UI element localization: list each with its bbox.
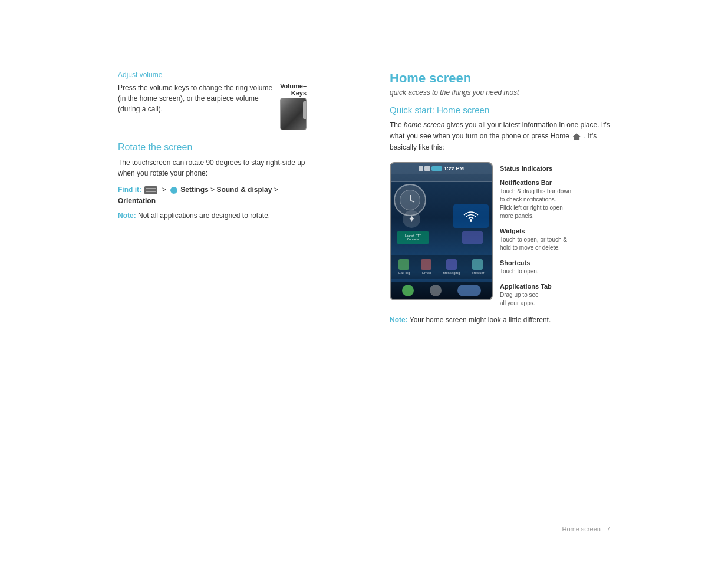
notif-desc-4: more panels. bbox=[500, 213, 534, 219]
home-note-text: Your home screen might look a little dif… bbox=[410, 316, 551, 324]
phone-diagram-wrapper: 1:22 PM bbox=[390, 162, 610, 308]
svg-line-1 bbox=[411, 200, 415, 202]
desc-part1: The bbox=[390, 121, 404, 129]
widgets-desc: Touch to open, or touch & hold to move o… bbox=[500, 236, 610, 252]
phone-call-icon bbox=[402, 285, 414, 296]
status-indicators-label: Status Indicators bbox=[500, 165, 610, 172]
contacts-text: Contacts bbox=[407, 237, 419, 241]
apps-tab-desc-2: all your apps. bbox=[500, 300, 535, 306]
battery-icon bbox=[431, 166, 442, 171]
shortcut-call-log: Call log bbox=[398, 259, 410, 275]
home-screen-title: Home screen bbox=[390, 71, 610, 86]
call-log-icon bbox=[398, 259, 409, 270]
diagram-labels: Status Indicators Notifications Bar Touc… bbox=[500, 162, 610, 308]
browser-label: Browser bbox=[471, 271, 484, 275]
wifi-svg bbox=[462, 209, 480, 223]
svg-point-2 bbox=[470, 219, 472, 222]
footer-page-number: 7 bbox=[607, 525, 610, 533]
phone-bottom-bar bbox=[391, 282, 492, 299]
apps-tab-desc: Drag up to see all your apps. bbox=[500, 291, 610, 308]
note-label: Note: bbox=[118, 211, 136, 220]
rotate-screen-body: The touchscreen can rotate 90 degrees to… bbox=[118, 157, 307, 178]
phone-diagram-container: 1:22 PM bbox=[390, 162, 610, 308]
clock-svg bbox=[400, 190, 421, 211]
status-icons-left bbox=[419, 166, 442, 171]
notifications-bar-label: Notifications Bar bbox=[500, 179, 610, 186]
call-log-label: Call log bbox=[398, 271, 410, 275]
widgets-label: Widgets bbox=[500, 227, 610, 234]
desc-italic: home screen bbox=[404, 121, 444, 129]
left-column: Adjust volume Press the volume keys to c… bbox=[118, 71, 307, 324]
arrow-right-3: > bbox=[274, 186, 278, 194]
apps-tab-icon bbox=[457, 285, 481, 296]
phone-status-bar: 1:22 PM bbox=[391, 163, 492, 174]
shortcut-email: Email bbox=[421, 259, 431, 275]
column-divider bbox=[348, 71, 348, 324]
speaker-icon bbox=[419, 166, 423, 171]
adjust-volume-title: Adjust volume bbox=[118, 71, 307, 79]
find-it-row: Find it: > Settings > Sound & display > … bbox=[118, 184, 307, 207]
rotate-screen-title: Rotate the screen bbox=[118, 142, 307, 153]
adjust-volume-body: Press the volume keys to change the ring… bbox=[118, 82, 274, 114]
shortcut-browser: Browser bbox=[471, 259, 484, 275]
notif-desc-2: to check notifications. bbox=[500, 196, 556, 203]
shortcuts-row: Call log Email Messaging bbox=[391, 255, 492, 279]
shortcuts-desc: Touch to open. bbox=[500, 267, 610, 276]
adjust-volume-section: Adjust volume Press the volume keys to c… bbox=[118, 71, 307, 130]
wifi-widget bbox=[453, 204, 489, 228]
home-screen-subtitle: quick access to the things you need most bbox=[390, 88, 610, 97]
widgets-desc-2: hold to move or delete. bbox=[500, 244, 560, 251]
status-time: 1:22 PM bbox=[444, 166, 464, 171]
messaging-label: Messaging bbox=[443, 271, 460, 275]
quick-start-title: Quick start: Home screen bbox=[390, 105, 610, 115]
shortcuts-label: Shortcuts bbox=[500, 259, 610, 266]
widgets-desc-1: Touch to open, or touch & bbox=[500, 236, 567, 243]
notification-bar-strip bbox=[391, 174, 492, 182]
home-note-label: Note: bbox=[390, 316, 408, 324]
rotate-screen-section: Rotate the screen The touchscreen can ro… bbox=[118, 142, 307, 220]
status-indicators-callout: Status Indicators bbox=[500, 165, 610, 172]
find-it-sound: Sound & display bbox=[216, 186, 272, 194]
content-area: Adjust volume Press the volume keys to c… bbox=[118, 71, 610, 324]
menu-icon bbox=[144, 186, 157, 194]
home-button-icon bbox=[572, 133, 581, 140]
volume-keys-label: Volume–Keys bbox=[280, 82, 307, 97]
signal-icon bbox=[424, 166, 430, 171]
launch-ptt-widget: Launch PTT Contacts bbox=[397, 231, 429, 244]
page-footer: Home screen 7 bbox=[562, 525, 610, 533]
search-circle-icon bbox=[430, 285, 442, 296]
apps-tab-callout: Applications Tab Drag up to see all your… bbox=[500, 283, 610, 308]
notif-desc-1: Touch & drag this bar down bbox=[500, 188, 571, 194]
page: Adjust volume Press the volume keys to c… bbox=[0, 0, 728, 562]
contact-widget bbox=[462, 231, 483, 244]
star-widget: ✦ bbox=[403, 210, 420, 228]
find-it-label: Find it: bbox=[118, 186, 141, 194]
phone-screen-mockup: 1:22 PM bbox=[390, 162, 493, 300]
home-screen-note: Note: Your home screen might look a litt… bbox=[390, 316, 610, 324]
browser-icon bbox=[472, 259, 483, 270]
notifications-bar-callout: Notifications Bar Touch & drag this bar … bbox=[500, 179, 610, 220]
apps-tab-label: Applications Tab bbox=[500, 283, 610, 290]
email-icon bbox=[421, 259, 431, 270]
right-column: Home screen quick access to the things y… bbox=[390, 71, 610, 324]
find-it-orientation: Orientation bbox=[118, 197, 156, 205]
shortcut-messaging: Messaging bbox=[443, 259, 460, 275]
messaging-icon bbox=[446, 259, 457, 270]
apps-tab-desc-1: Drag up to see bbox=[500, 292, 539, 298]
arrow-right-icon: > bbox=[162, 186, 168, 194]
widgets-callout: Widgets Touch to open, or touch & hold t… bbox=[500, 227, 610, 252]
note-body: Not all applications are designed to rot… bbox=[138, 211, 270, 220]
notifications-bar-desc: Touch & drag this bar down to check noti… bbox=[500, 187, 610, 220]
clock-face bbox=[400, 190, 420, 210]
email-label: Email bbox=[422, 271, 431, 275]
volume-keys-container: Press the volume keys to change the ring… bbox=[118, 82, 307, 130]
volume-keys-image-area: Volume–Keys bbox=[280, 82, 307, 130]
footer-page-label: Home screen bbox=[562, 525, 600, 533]
phone-volume-image bbox=[280, 98, 307, 130]
shortcuts-callout: Shortcuts Touch to open. bbox=[500, 259, 610, 276]
notif-desc-3: Flick left or right to open bbox=[500, 204, 563, 211]
find-it-path: Settings bbox=[180, 186, 208, 194]
arrow-right-2: > bbox=[210, 186, 216, 194]
star-icon: ✦ bbox=[408, 213, 416, 224]
rotate-note: Note: Not all applications are designed … bbox=[118, 211, 307, 220]
